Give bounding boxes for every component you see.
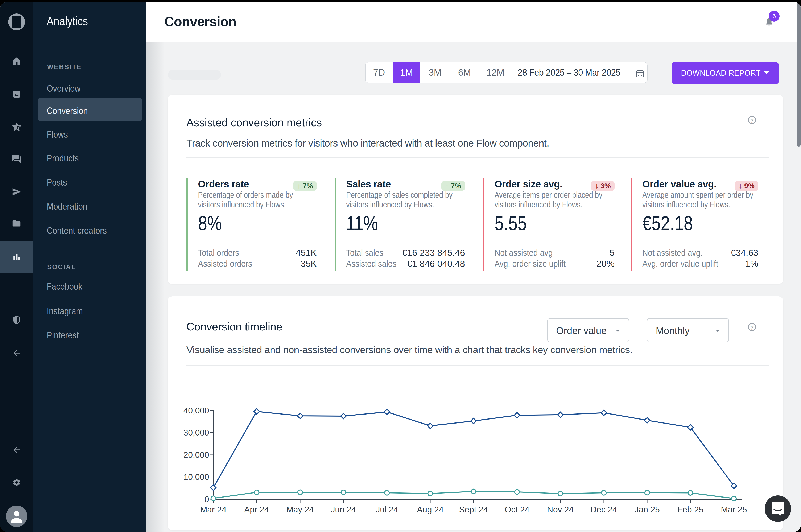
svg-text:May 24: May 24 [286, 505, 314, 514]
svg-text:Dec 24: Dec 24 [591, 505, 617, 514]
svg-text:Mar 24: Mar 24 [200, 505, 227, 514]
svg-text:Jun 24: Jun 24 [331, 505, 356, 514]
svg-text:Oct 24: Oct 24 [504, 505, 530, 514]
svg-text:Apr 24: Apr 24 [244, 505, 269, 514]
svg-text:Aug 24: Aug 24 [417, 505, 444, 514]
svg-text:Jul 24: Jul 24 [376, 505, 398, 514]
svg-text:30,000: 30,000 [184, 428, 209, 437]
svg-text:10,000: 10,000 [184, 472, 209, 481]
svg-text:40,000: 40,000 [184, 406, 209, 415]
svg-text:Nov 24: Nov 24 [547, 505, 574, 514]
svg-text:20,000: 20,000 [184, 450, 209, 459]
svg-text:Feb 25: Feb 25 [678, 505, 704, 514]
svg-text:Jan 25: Jan 25 [634, 505, 660, 514]
svg-text:0: 0 [205, 495, 209, 504]
svg-text:Mar 25: Mar 25 [721, 505, 747, 514]
svg-text:Sept 24: Sept 24 [459, 505, 488, 514]
